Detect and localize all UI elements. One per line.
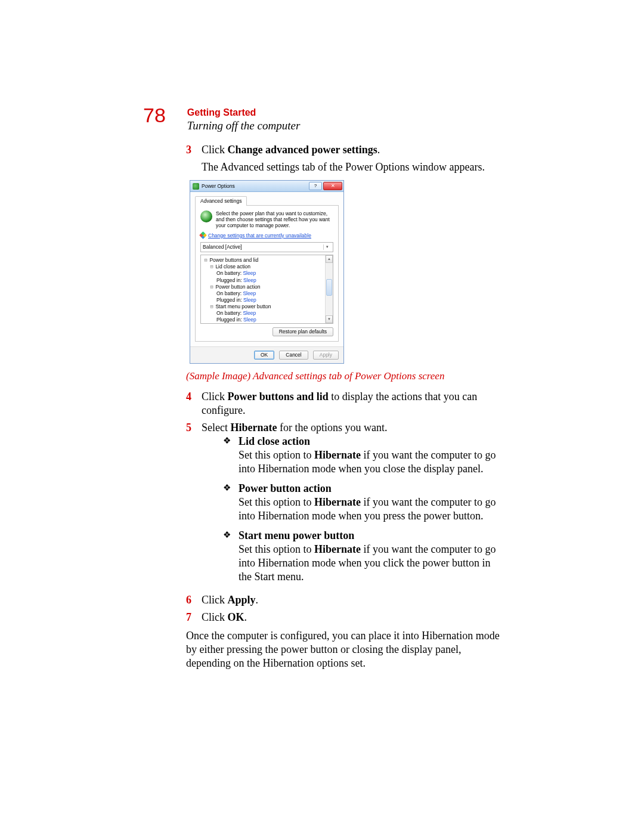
ok-button[interactable]: OK — [254, 351, 274, 360]
close-button[interactable]: ✕ — [323, 182, 342, 190]
tree-start: Start menu power button — [215, 304, 271, 309]
dialog-titlebar: Power Options ? ✕ — [190, 181, 343, 192]
tree-pwr: Power button action — [215, 284, 260, 290]
tree-value[interactable]: Sleep — [243, 290, 256, 296]
collapse-icon[interactable]: ⊟ — [203, 257, 208, 264]
bullet-title: Power button action — [239, 482, 332, 494]
diamond-bullet-icon: ❖ — [223, 529, 239, 584]
collapse-icon[interactable]: ⊟ — [209, 264, 214, 270]
bold-term: OK — [228, 611, 244, 623]
apply-button[interactable]: Apply — [313, 351, 339, 360]
tree-key: Plugged in: — [216, 297, 242, 303]
tree-value[interactable]: Sleep — [243, 277, 256, 283]
bullet-power-button: ❖ Power button action Set this option to… — [223, 482, 501, 523]
step-5: 5 Select Hibernate for the options you w… — [186, 421, 501, 590]
text: Select — [202, 422, 230, 433]
diamond-bullet-icon: ❖ — [223, 435, 239, 476]
step-body: Click Change advanced power settings. — [202, 143, 501, 157]
text: . — [377, 144, 380, 156]
step-body: Click OK. — [202, 611, 501, 624]
tree-key: Plugged in: — [216, 277, 242, 283]
cancel-button[interactable]: Cancel — [279, 351, 308, 360]
step-number: 5 — [186, 421, 202, 590]
tab-panel: Select the power plan that you want to c… — [195, 205, 339, 342]
bold-term: Hibernate — [314, 543, 361, 555]
bold-term: Apply — [228, 594, 256, 606]
bullet-lid-close: ❖ Lid close action Set this option to Hi… — [223, 435, 501, 476]
scroll-thumb[interactable] — [326, 279, 332, 296]
bold-term: Hibernate — [314, 449, 361, 461]
dialog-title: Power Options — [202, 183, 235, 190]
tree-key: On battery: — [216, 270, 242, 276]
manual-page: 78 Getting Started Turning off the compu… — [0, 0, 644, 833]
step-3: 3 Click Change advanced power settings. — [186, 143, 501, 157]
chevron-down-icon: ▾ — [323, 244, 331, 250]
bold-term: Hibernate — [314, 496, 361, 508]
chapter-block: Getting Started Turning off the computer — [187, 107, 300, 132]
closing-paragraph: Once the computer is configured, you can… — [186, 629, 501, 670]
tree-key: On battery: — [216, 290, 242, 296]
help-button[interactable]: ? — [309, 182, 322, 190]
step-number: 3 — [186, 143, 202, 157]
section-title: Turning off the computer — [187, 119, 300, 132]
dialog-footer: OK Cancel Apply — [190, 346, 343, 363]
text: Set this option to — [239, 496, 314, 508]
restore-defaults-button[interactable]: Restore plan defaults — [273, 327, 333, 336]
dialog-description: Select the power plan that you want to c… — [216, 210, 333, 229]
chapter-title: Getting Started — [187, 107, 300, 118]
power-options-dialog: Power Options ? ✕ Advanced settings Sele… — [190, 180, 344, 364]
text: Click — [202, 611, 228, 623]
shield-icon — [199, 232, 207, 240]
change-unavailable-link[interactable]: Change settings that are currently unava… — [208, 233, 311, 239]
step-number: 7 — [186, 611, 202, 624]
step-body: Click Power buttons and lid to display t… — [202, 390, 501, 417]
tab-advanced-settings[interactable]: Advanced settings — [195, 196, 247, 206]
tree-value[interactable]: Sleep — [243, 317, 256, 323]
step-7: 7 Click OK. — [186, 611, 501, 624]
step-3-sub: The Advanced settings tab of the Power O… — [202, 160, 501, 174]
text: Set this option to — [239, 449, 314, 461]
tree-key: Plugged in: — [216, 317, 242, 323]
diamond-bullet-icon: ❖ — [223, 482, 239, 523]
tree-value[interactable]: Sleep — [243, 297, 256, 303]
bold-term: Change advanced power settings — [228, 144, 377, 156]
page-header: 78 Getting Started Turning off the compu… — [143, 107, 501, 132]
scroll-up-icon[interactable]: ▲ — [326, 255, 333, 263]
figure-caption: (Sample Image) Advanced settings tab of … — [186, 370, 501, 383]
collapse-icon[interactable]: ⊟ — [209, 284, 214, 290]
settings-tree[interactable]: ⊟ Power buttons and lid ⊟ Lid close acti… — [200, 255, 333, 324]
page-number: 78 — [143, 104, 166, 127]
text: Click — [202, 144, 228, 156]
step-number: 4 — [186, 390, 202, 417]
text: for the options you want. — [277, 422, 387, 433]
scrollbar[interactable]: ▲ ▼ — [325, 255, 333, 323]
bullet-title: Lid close action — [239, 435, 310, 447]
content: 3 Click Change advanced power settings. … — [186, 143, 501, 670]
tree-root: Power buttons and lid — [209, 257, 258, 263]
bullet-title: Start menu power button — [239, 529, 354, 541]
tree-lid: Lid close action — [215, 264, 250, 270]
bullet-list: ❖ Lid close action Set this option to Hi… — [223, 435, 501, 584]
tree-value[interactable]: Sleep — [243, 310, 256, 316]
text: Click — [202, 594, 228, 606]
bullet-start-menu: ❖ Start menu power button Set this optio… — [223, 529, 501, 584]
step-body: Select Hibernate for the options you wan… — [202, 421, 501, 590]
scroll-down-icon[interactable]: ▼ — [326, 315, 333, 323]
text: . — [256, 594, 259, 606]
dropdown-value: Balanced [Active] — [203, 244, 242, 250]
bold-term: Power buttons and lid — [228, 391, 329, 402]
power-icon — [193, 183, 199, 190]
step-6: 6 Click Apply. — [186, 593, 501, 607]
step-number: 6 — [186, 593, 202, 607]
text: Click — [202, 391, 228, 402]
tree-value[interactable]: Sleep — [243, 270, 256, 276]
step-body: Click Apply. — [202, 593, 501, 607]
text: Set this option to — [239, 543, 314, 555]
power-plan-icon — [200, 210, 212, 222]
step-4: 4 Click Power buttons and lid to display… — [186, 390, 501, 417]
collapse-icon[interactable]: ⊟ — [209, 304, 214, 310]
power-plan-dropdown[interactable]: Balanced [Active] ▾ — [200, 242, 333, 252]
text: . — [244, 611, 247, 623]
bold-term: Hibernate — [230, 422, 277, 433]
tree-key: On battery: — [216, 310, 242, 316]
